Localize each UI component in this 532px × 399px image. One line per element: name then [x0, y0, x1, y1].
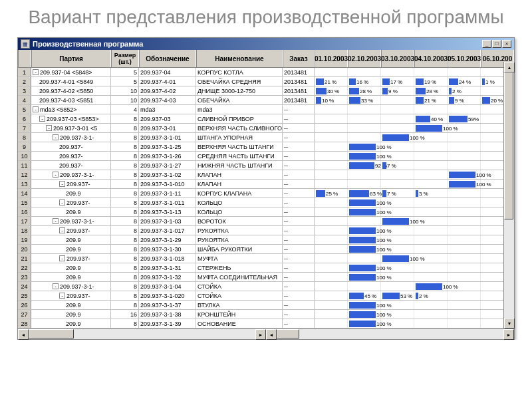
gantt-bar[interactable]: 100 %	[349, 227, 376, 234]
gantt-bar[interactable]: 2 %	[449, 88, 452, 94]
scroll-thumb-h2[interactable]	[277, 329, 299, 338]
table-row[interactable]: 4209.937-4-03 <585110209.937-4-03ОБЕЧАЙК…	[18, 96, 514, 105]
table-row[interactable]: 15-209.937-8209.937-3-1-011КОЛЬЦО--100 %	[18, 198, 514, 207]
gantt-bar[interactable]: 100 %	[349, 246, 376, 253]
tree-toggle-icon[interactable]: -	[59, 255, 65, 261]
gantt-bar[interactable]: 100 %	[349, 209, 376, 215]
gantt-bar[interactable]: 24 %	[449, 78, 458, 85]
header-date-2[interactable]: 03.10.2003	[381, 50, 414, 67]
table-row[interactable]: 27209.916209.937-3-1-38КРОНШТЕЙН--100 %	[18, 310, 514, 319]
table-row[interactable]: 21-209.937-8209.937-3-1-018МУФТА--100 %	[18, 254, 514, 263]
table-row[interactable]: 22209.98209.937-3-1-31СТЕРЖЕНЬ--100 %	[18, 263, 514, 273]
table-row[interactable]: 10209.937-8209.937-3-1-26СРЕДНЯЯ ЧАСТЬ Ш…	[18, 152, 514, 161]
scroll-right-button-2[interactable]: ►	[503, 329, 514, 340]
table-row[interactable]: 11209.937-8209.937-3-1-27НИЖНЯЯ ЧАСТЬ ШТ…	[18, 161, 514, 170]
party-cell[interactable]: -209.937-	[31, 198, 111, 207]
party-cell[interactable]: -mda3 <5852>	[31, 105, 111, 114]
tree-toggle-icon[interactable]: -	[53, 218, 59, 224]
table-row[interactable]: 1-209.937-04 <5848>5209.937-04КОРПУС КОТ…	[18, 68, 514, 77]
tree-toggle-icon[interactable]: -	[59, 200, 65, 205]
tree-toggle-icon[interactable]: -	[53, 172, 59, 178]
tree-toggle-icon[interactable]: -	[46, 125, 52, 131]
header-date-0[interactable]: 01.10.2003	[315, 50, 348, 67]
horizontal-scrollbar[interactable]: ◄ ► ◄ ►	[18, 329, 514, 339]
table-row[interactable]: 6-209.937-03 <5853>8209.937-03СЛИВНОЙ ПР…	[18, 114, 514, 124]
gantt-bar[interactable]: 100 %	[416, 283, 442, 290]
gantt-bar[interactable]: 59%	[449, 116, 467, 122]
party-cell[interactable]: 209.937-	[31, 161, 111, 170]
party-cell[interactable]: 209.9	[31, 301, 111, 309]
minimize-button[interactable]: _	[482, 40, 491, 48]
tree-toggle-icon[interactable]: -	[33, 69, 39, 75]
table-row[interactable]: 26209.98209.937-3-1-37ВТУЛКА--100 %	[18, 301, 514, 310]
tree-toggle-icon[interactable]: -	[53, 134, 59, 140]
gantt-bar[interactable]: 63 %	[349, 190, 369, 197]
party-cell[interactable]: -209.937-	[31, 226, 111, 235]
party-cell[interactable]: 209.937-4-01 <5849	[31, 77, 111, 86]
table-row[interactable]: 3209.937-4-02 <585010209.937-4-02ДНИЩЕ 3…	[18, 86, 514, 96]
gantt-bar[interactable]: 100 %	[382, 218, 409, 225]
gantt-bar[interactable]: 100 %	[416, 125, 442, 132]
tree-toggle-icon[interactable]: -	[53, 283, 59, 289]
gantt-bar[interactable]: 100 %	[349, 302, 376, 309]
scroll-down-button[interactable]: ▼	[504, 318, 515, 329]
party-cell[interactable]: -209.937-	[31, 254, 111, 263]
party-cell[interactable]: 209.9	[31, 235, 111, 244]
party-cell[interactable]: 209.937-	[31, 142, 111, 151]
gantt-bar[interactable]: 28 %	[416, 88, 426, 94]
tree-toggle-icon[interactable]: -	[59, 181, 65, 187]
table-row[interactable]: 28209.98209.937-3-1-39ОСНОВАНИЕ--100 %	[18, 319, 514, 329]
table-row[interactable]: 20209.98209.937-3-1-30ШАЙБА РУКОЯТКИ--10…	[18, 245, 514, 254]
tree-toggle-icon[interactable]: -	[33, 106, 39, 112]
gantt-bar[interactable]: 3 %	[416, 190, 418, 197]
gantt-bar[interactable]: 1 %	[482, 78, 485, 85]
table-row[interactable]: 7-209.937-3-01 <58209.937-3-01ВЕРХНЯЯ ЧА…	[18, 124, 514, 133]
party-cell[interactable]: -209.937-03 <5853>	[31, 114, 111, 123]
table-row[interactable]: 23209.98209.937-3-1-32МУФТА СОЕДИНИТЕЛЬН…	[18, 273, 514, 282]
tree-toggle-icon[interactable]: -	[39, 116, 45, 122]
table-row[interactable]: 8-209.937-3-1-8209.937-3-1-01ШТАНГА УПОР…	[18, 133, 514, 142]
table-row[interactable]: 24-209.937-3-1-8209.937-3-1-04СТОЙКА--10…	[18, 282, 514, 291]
scroll-right-button[interactable]: ►	[255, 329, 266, 340]
table-row[interactable]: 14209.98209.937-3-1-11КОРПУС КЛАПАНА--25…	[18, 189, 514, 198]
gantt-bar[interactable]: 100 %	[349, 321, 376, 327]
party-cell[interactable]: 209.9	[31, 310, 111, 319]
gantt-bar[interactable]: 100 %	[349, 265, 376, 271]
header-date-3[interactable]: 04.10.2003	[414, 50, 448, 67]
gantt-bar[interactable]: 19 %	[416, 78, 424, 85]
gantt-bar[interactable]: 100 %	[349, 274, 376, 281]
header-date-1[interactable]: 02.10.2003	[348, 50, 381, 67]
party-cell[interactable]: 209.9	[31, 189, 111, 198]
header-size[interactable]: Размер (шт.)	[111, 50, 139, 67]
table-row[interactable]: 18-209.937-8209.937-3-1-017РУКОЯТКА--100…	[18, 226, 514, 235]
gantt-bar[interactable]: 100 %	[449, 181, 475, 188]
party-cell[interactable]: -209.937-04 <5848>	[31, 68, 111, 76]
gantt-bar[interactable]: 45 %	[349, 293, 364, 299]
header-designation[interactable]: Обозначение	[139, 50, 196, 67]
gantt-bar[interactable]: 21 %	[316, 78, 324, 85]
gantt-bar[interactable]: 100 %	[349, 237, 376, 243]
header-date-4[interactable]: 05.10.2003	[448, 50, 481, 67]
table-row[interactable]: 5-mda3 <5852>4mda3mda3--	[18, 105, 514, 114]
gantt-bar[interactable]: 17 %	[382, 78, 390, 85]
header-party[interactable]: Партия	[31, 50, 111, 67]
party-cell[interactable]: 209.9	[31, 245, 111, 253]
scroll-thumb-v[interactable]	[504, 72, 513, 219]
party-cell[interactable]: 209.9	[31, 263, 111, 272]
gantt-bar[interactable]: 100 %	[349, 200, 376, 206]
table-row[interactable]: 16209.98209.937-3-1-13КОЛЬЦО--100 %	[18, 207, 514, 217]
table-row[interactable]: 17-209.937-3-1-8209.937-3-1-03ВОРОТОК--1…	[18, 217, 514, 226]
party-cell[interactable]: -209.937-	[31, 291, 111, 300]
party-cell[interactable]: 209.937-4-03 <5851	[31, 96, 111, 104]
scroll-left-button[interactable]: ◄	[18, 329, 29, 340]
maximize-button[interactable]: □	[492, 40, 501, 48]
party-cell[interactable]: -209.937-3-1-	[31, 133, 111, 142]
tree-toggle-icon[interactable]: -	[59, 227, 65, 233]
close-button[interactable]: ×	[502, 40, 511, 48]
gantt-bar[interactable]: 53 %	[382, 293, 400, 299]
party-cell[interactable]: -209.937-3-1-	[31, 282, 111, 291]
scroll-thumb-h1[interactable]	[29, 329, 74, 338]
gantt-bar[interactable]: 25 %	[316, 190, 325, 197]
gantt-bar[interactable]: 92 %	[349, 162, 374, 169]
gantt-bar[interactable]: 2 %	[416, 293, 418, 299]
